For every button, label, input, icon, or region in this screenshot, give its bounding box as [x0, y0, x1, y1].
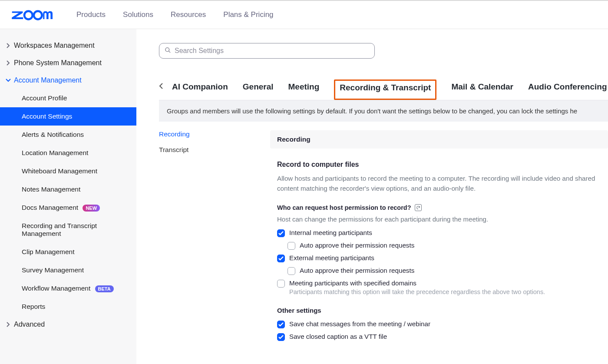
opt-save-cc-vtt: Save closed caption as a VTT file	[277, 333, 601, 341]
opt-specified-domains: Meeting participants with specified doma…	[277, 279, 601, 295]
info-banner: Groups and members will use the followin…	[159, 100, 608, 122]
opt-label: Meeting participants with specified doma…	[289, 279, 416, 287]
section-header: Recording	[270, 130, 608, 149]
sidebar-item-notes[interactable]: Notes Management	[0, 180, 136, 199]
subnav-recording[interactable]: Recording	[159, 130, 265, 138]
new-badge: NEW	[83, 205, 100, 212]
checkbox[interactable]	[277, 333, 285, 341]
opt-internal-auto-approve: Auto approve their permission requests	[287, 242, 601, 250]
tab-recording-transcript[interactable]: Recording & Transcript	[334, 79, 436, 100]
svg-line-3	[169, 51, 170, 53]
opt-external-auto-approve: Auto approve their permission requests	[287, 267, 601, 275]
sidebar-item-recording-transcript[interactable]: Recording and Transcript Management	[0, 217, 136, 243]
settings-tabs: AI Companion General Meeting Recording &…	[159, 79, 608, 100]
setting-description: Allow hosts and participants to record t…	[277, 174, 601, 194]
chevron-right-icon	[5, 322, 11, 327]
main-panel: AI Companion General Meeting Recording &…	[136, 29, 608, 364]
opt-label: External meeting participants	[289, 254, 374, 261]
svg-point-1	[34, 11, 42, 20]
checkbox[interactable]	[277, 229, 285, 237]
svg-point-0	[24, 11, 33, 20]
sidebar-group-account[interactable]: Account Management	[0, 72, 136, 89]
sub-question: Who can request host permission to recor…	[277, 204, 601, 211]
top-nav: Products Solutions Resources Plans & Pri…	[76, 10, 274, 19]
settings-content: Recording Record to computer files Allow…	[270, 130, 608, 341]
opt-label: Auto approve their permission requests	[300, 242, 414, 249]
reset-icon[interactable]	[415, 204, 422, 211]
other-settings-header: Other settings	[277, 307, 601, 314]
opt-internal-participants: Internal meeting participants	[277, 229, 601, 237]
sidebar-item-alerts[interactable]: Alerts & Notifications	[0, 126, 136, 144]
sidebar-item-label: Docs Management	[22, 204, 78, 211]
sidebar-item-reports[interactable]: Reports	[0, 298, 136, 316]
sidebar: Workspaces Management Phone System Manag…	[0, 29, 136, 364]
checkbox[interactable]	[287, 267, 295, 275]
nav-solutions[interactable]: Solutions	[123, 10, 153, 19]
checkbox[interactable]	[277, 255, 285, 262]
sidebar-item-workflow[interactable]: Workflow Management BETA	[0, 279, 136, 298]
search-settings[interactable]	[159, 43, 375, 59]
tab-audio-conferencing[interactable]: Audio Conferencing	[528, 82, 607, 92]
sidebar-item-clip[interactable]: Clip Management	[0, 243, 136, 261]
chevron-right-icon	[5, 43, 11, 48]
sidebar-group-advanced[interactable]: Advanced	[0, 316, 136, 333]
beta-badge: BETA	[95, 285, 114, 292]
section-subnav: Recording Transcript	[159, 130, 270, 341]
sub-question-text: Who can request host permission to recor…	[277, 204, 411, 211]
nav-resources[interactable]: Resources	[171, 10, 206, 19]
checkbox[interactable]	[287, 242, 295, 250]
subnav-transcript[interactable]: Transcript	[159, 146, 265, 154]
search-icon	[165, 47, 171, 55]
sidebar-item-account-profile[interactable]: Account Profile	[0, 89, 136, 107]
opt-save-chat: Save chat messages from the meeting / we…	[277, 320, 601, 328]
other-options: Save chat messages from the meeting / we…	[277, 320, 601, 341]
opt-label: Auto approve their permission requests	[300, 267, 414, 274]
sidebar-group-label: Account Management	[14, 76, 82, 84]
tab-meeting[interactable]: Meeting	[288, 82, 320, 92]
setting-title: Record to computer files	[277, 161, 601, 169]
tab-mail-calendar[interactable]: Mail & Calendar	[451, 82, 513, 92]
nav-products[interactable]: Products	[76, 10, 106, 19]
zoom-logo	[11, 9, 59, 20]
sidebar-item-whiteboard[interactable]: Whiteboard Management	[0, 162, 136, 180]
nav-plans-pricing[interactable]: Plans & Pricing	[223, 10, 273, 19]
tabs-scroll-left[interactable]	[159, 83, 163, 91]
sidebar-item-account-settings[interactable]: Account Settings	[0, 107, 136, 126]
opt-label: Save closed caption as a VTT file	[289, 333, 387, 340]
tab-general[interactable]: General	[243, 82, 274, 92]
chevron-down-icon	[5, 79, 11, 82]
svg-point-2	[165, 48, 169, 52]
sidebar-group-phone[interactable]: Phone System Management	[0, 54, 136, 72]
checkbox[interactable]	[277, 280, 285, 288]
permission-options: Internal meeting participants Auto appro…	[277, 229, 601, 295]
sidebar-item-label: Workflow Management	[22, 285, 90, 292]
search-input[interactable]	[175, 47, 369, 55]
tab-ai-companion[interactable]: AI Companion	[172, 82, 228, 92]
sidebar-group-label: Advanced	[14, 321, 45, 328]
sidebar-group-workspaces[interactable]: Workspaces Management	[0, 37, 136, 54]
checkbox[interactable]	[277, 321, 285, 328]
sidebar-item-survey[interactable]: Survey Management	[0, 261, 136, 279]
opt-external-participants: External meeting participants	[277, 254, 601, 262]
opt-label: Internal meeting participants	[289, 229, 372, 236]
sidebar-item-location[interactable]: Location Management	[0, 144, 136, 162]
sidebar-group-label: Phone System Management	[14, 59, 102, 67]
sidebar-group-label: Workspaces Management	[14, 42, 95, 50]
sub-description: Host can change the permissions for each…	[277, 215, 601, 223]
chevron-right-icon	[5, 60, 11, 66]
opt-label: Save chat messages from the meeting / we…	[289, 320, 430, 328]
top-bar: Products Solutions Resources Plans & Pri…	[0, 0, 608, 29]
opt-note: Participants matching this option will t…	[289, 288, 545, 295]
sidebar-item-docs[interactable]: Docs Management NEW	[0, 199, 136, 217]
